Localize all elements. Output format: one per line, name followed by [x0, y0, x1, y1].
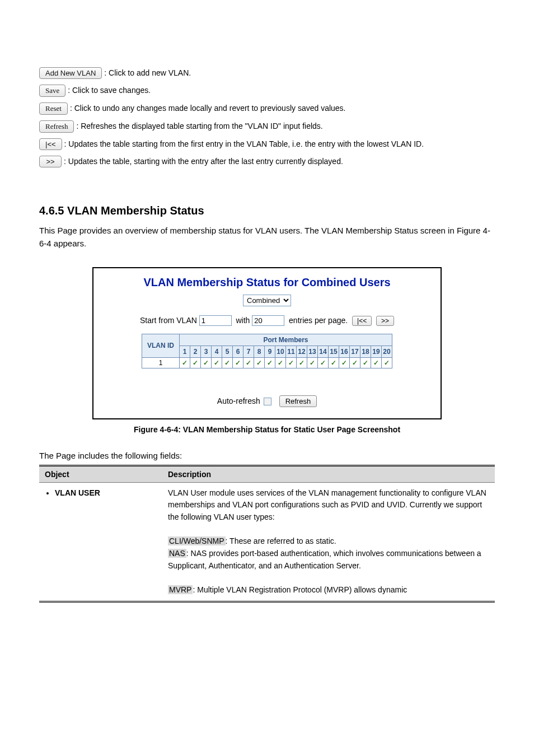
port-member-cell: ✓: [201, 357, 212, 368]
user-select[interactable]: Combined: [243, 295, 291, 306]
figure-next-button[interactable]: >>: [376, 316, 394, 326]
port-header: 5: [222, 346, 233, 357]
object-header: Object: [39, 465, 162, 482]
figure-first-button[interactable]: |<<: [352, 316, 372, 326]
check-icon: ✓: [331, 359, 336, 367]
mvrp-label: MVRP: [168, 585, 193, 594]
next-page-desc: : Updates the table, starting with the e…: [64, 157, 343, 166]
port-member-cell: ✓: [307, 357, 318, 368]
port-header: 15: [329, 346, 339, 357]
port-member-cell: ✓: [275, 357, 286, 368]
check-icon: ✓: [310, 359, 315, 367]
vlan-id-cell: 1: [142, 357, 180, 368]
port-header: 11: [286, 346, 297, 357]
check-icon: ✓: [341, 359, 347, 367]
port-member-cell: ✓: [382, 357, 392, 368]
check-icon: ✓: [224, 359, 230, 367]
save-button[interactable]: Save: [39, 85, 65, 97]
port-header: 18: [360, 346, 371, 357]
membership-table: VLAN ID Port Members 1234567891011121314…: [142, 334, 392, 368]
first-page-button[interactable]: |<<: [39, 138, 62, 150]
port-header: 14: [318, 346, 329, 357]
check-icon: ✓: [278, 359, 283, 367]
port-header: 12: [297, 346, 307, 357]
save-desc: : Click to save changes.: [68, 86, 151, 95]
port-header: 16: [339, 346, 350, 357]
next-page-button[interactable]: >>: [39, 156, 62, 167]
figure-caption: Figure 4-6-4: VLAN Membership Status for…: [39, 425, 495, 434]
port-member-cell: ✓: [297, 357, 307, 368]
start-from-vlan-input[interactable]: [199, 315, 232, 326]
port-header: 4: [212, 346, 222, 357]
check-icon: ✓: [384, 359, 390, 367]
check-icon: ✓: [267, 359, 273, 367]
auto-refresh-label: Auto-refresh: [217, 396, 260, 405]
port-member-cell: ✓: [286, 357, 297, 368]
refresh-button[interactable]: Refresh: [39, 120, 74, 133]
port-member-cell: ✓: [318, 357, 329, 368]
port-header: 10: [275, 346, 286, 357]
check-icon: ✓: [235, 359, 241, 367]
entries-per-page-label: entries per page.: [289, 316, 348, 325]
check-icon: ✓: [288, 359, 294, 367]
entries-per-page-input[interactable]: [252, 315, 284, 326]
check-icon: ✓: [256, 359, 262, 367]
port-header: 13: [307, 346, 318, 357]
reset-button[interactable]: Reset: [39, 102, 68, 115]
figure-frame: VLAN Membership Status for Combined User…: [92, 267, 442, 419]
port-member-cell: ✓: [243, 357, 254, 368]
check-icon: ✓: [373, 359, 379, 367]
desc-intro: The Page includes the following fields:: [39, 451, 495, 460]
port-member-cell: ✓: [265, 357, 275, 368]
check-icon: ✓: [246, 359, 251, 367]
nas-label: NAS: [168, 549, 186, 558]
check-icon: ✓: [320, 359, 326, 367]
add-new-vlan-desc: : Click to add new VLAN.: [104, 68, 191, 77]
with-label: with: [236, 316, 250, 325]
check-icon: ✓: [363, 359, 368, 367]
port-member-cell: ✓: [329, 357, 339, 368]
check-icon: ✓: [352, 359, 358, 367]
port-member-cell: ✓: [212, 357, 222, 368]
figure-title: VLAN Membership Status for Combined User…: [99, 276, 435, 289]
port-header: 3: [201, 346, 212, 357]
check-icon: ✓: [214, 359, 219, 367]
port-header: 7: [243, 346, 254, 357]
description-table: Object Description VLAN USER VLAN User m…: [39, 465, 495, 603]
check-icon: ✓: [203, 359, 209, 367]
port-member-cell: ✓: [222, 357, 233, 368]
reset-desc: : Click to undo any changes made locally…: [70, 104, 346, 113]
object-vlan-user: VLAN USER: [55, 487, 157, 500]
add-new-vlan-button[interactable]: Add New VLAN: [39, 67, 102, 79]
section-body: This Page provides an overview of member…: [39, 224, 495, 250]
port-header: 1: [180, 346, 190, 357]
port-header: 6: [233, 346, 243, 357]
check-icon: ✓: [299, 359, 305, 367]
description-cell: VLAN User module uses services of the VL…: [162, 482, 495, 601]
auto-refresh-checkbox[interactable]: [264, 398, 271, 405]
port-member-cell: ✓: [180, 357, 190, 368]
port-header: 8: [254, 346, 265, 357]
port-member-cell: ✓: [233, 357, 243, 368]
port-header: 9: [265, 346, 275, 357]
section-heading: 4.6.5 VLAN Membership Status: [39, 204, 495, 217]
cli-web-snmp-label: CLI/Web/SNMP: [168, 536, 226, 545]
figure-refresh-button[interactable]: Refresh: [279, 395, 317, 407]
port-member-cell: ✓: [350, 357, 360, 368]
check-icon: ✓: [193, 359, 198, 367]
check-icon: ✓: [182, 359, 188, 367]
port-header: 17: [350, 346, 360, 357]
port-member-cell: ✓: [339, 357, 350, 368]
port-header: 20: [382, 346, 392, 357]
first-page-desc: : Updates the table starting from the fi…: [64, 139, 424, 148]
port-member-cell: ✓: [371, 357, 382, 368]
port-member-cell: ✓: [254, 357, 265, 368]
port-member-cell: ✓: [360, 357, 371, 368]
vlan-id-header: VLAN ID: [142, 334, 180, 357]
start-from-label: Start from VLAN: [140, 316, 197, 325]
port-members-header: Port Members: [180, 334, 392, 346]
description-header: Description: [162, 465, 495, 482]
port-member-cell: ✓: [190, 357, 201, 368]
refresh-desc: : Refreshes the displayed table starting…: [76, 122, 322, 130]
port-header: 2: [190, 346, 201, 357]
